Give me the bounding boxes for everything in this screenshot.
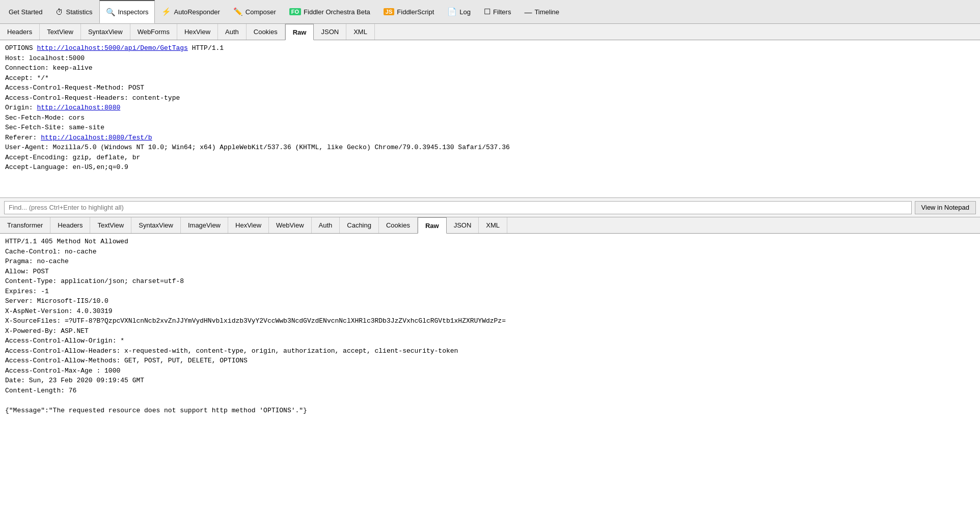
referer-link[interactable]: http://localhost:8080/Test/b xyxy=(41,134,152,141)
log-label: Log xyxy=(459,8,471,16)
req-line-accept-language: Accept-Language: en-US,en;q=0.9 xyxy=(5,162,975,173)
req-tab-raw[interactable]: Raw xyxy=(285,24,314,40)
resp-line-acam: Access-Control-Allow-Methods: GET, POST,… xyxy=(5,356,975,366)
autoresponder-icon: ⚡ xyxy=(161,7,171,16)
resp-line-acao: Access-Control-Allow-Origin: * xyxy=(5,336,975,346)
inspectors-icon: 🔍 xyxy=(106,8,116,17)
resp-tab-xml[interactable]: XML xyxy=(479,217,507,233)
main-container: Headers TextView SyntaxView WebForms Hex… xyxy=(0,24,980,510)
req-line-acrh: Access-Control-Request-Headers: content-… xyxy=(5,93,975,103)
req-line-origin: Origin: http://localhost:8080 xyxy=(5,103,975,113)
fiddlerscript-icon: JS xyxy=(384,8,394,15)
nav-composer[interactable]: ✏️ Composer xyxy=(227,0,283,23)
request-method: OPTIONS xyxy=(5,44,37,52)
timeline-icon: — xyxy=(524,8,532,16)
nav-fiddler-orchestra[interactable]: FO Fiddler Orchestra Beta xyxy=(283,0,377,23)
resp-tab-caching[interactable]: Caching xyxy=(340,217,379,233)
resp-line-expires: Expires: -1 xyxy=(5,287,975,297)
resp-line-body: {"Message":"The requested resource does … xyxy=(5,406,975,416)
resp-tab-hexview[interactable]: HexView xyxy=(228,217,269,233)
timeline-label: Timeline xyxy=(534,8,559,16)
get-started-label: Get Started xyxy=(9,8,42,16)
resp-line-status: HTTP/1.1 405 Method Not Allowed xyxy=(5,237,975,247)
resp-tab-syntaxview[interactable]: SyntaxView xyxy=(131,217,181,233)
resp-tab-raw[interactable]: Raw xyxy=(418,217,447,234)
top-navigation: Get Started ⏱ Statistics 🔍 Inspectors ⚡ … xyxy=(0,0,980,24)
resp-line-blank xyxy=(5,395,975,406)
composer-label: Composer xyxy=(246,8,276,16)
request-content-pane: OPTIONS http://localhost:5000/api/Demo/G… xyxy=(0,40,980,198)
resp-line-allow: Allow: POST xyxy=(5,267,975,277)
req-tab-cookies[interactable]: Cookies xyxy=(247,24,285,40)
nav-timeline[interactable]: — Timeline xyxy=(518,0,566,23)
nav-fiddlerscript[interactable]: JS FiddlerScript xyxy=(377,0,441,23)
nav-inspectors[interactable]: 🔍 Inspectors xyxy=(99,0,155,23)
resp-line-acah: Access-Control-Allow-Headers: x-requeste… xyxy=(5,346,975,356)
filters-label: Filters xyxy=(493,8,511,16)
request-tab-bar: Headers TextView SyntaxView WebForms Hex… xyxy=(0,24,980,40)
resp-tab-webview[interactable]: WebView xyxy=(269,217,311,233)
nav-autoresponder[interactable]: ⚡ AutoResponder xyxy=(155,0,226,23)
resp-line-cache-control: Cache-Control: no-cache xyxy=(5,247,975,257)
resp-tab-transformer[interactable]: Transformer xyxy=(0,217,50,233)
req-line-accept-encoding: Accept-Encoding: gzip, deflate, br xyxy=(5,153,975,163)
resp-tab-imageview[interactable]: ImageView xyxy=(181,217,228,233)
find-bar: View in Notepad xyxy=(0,198,980,217)
resp-tab-cookies[interactable]: Cookies xyxy=(379,217,418,233)
view-in-notepad-button[interactable]: View in Notepad xyxy=(915,201,976,214)
nav-filters[interactable]: ☐ Filters xyxy=(477,0,518,23)
req-line-sec-fetch-site: Sec-Fetch-Site: same-site xyxy=(5,123,975,133)
req-line-acrm: Access-Control-Request-Method: POST xyxy=(5,83,975,93)
req-tab-syntaxview[interactable]: SyntaxView xyxy=(81,24,130,40)
fiddlerscript-label: FiddlerScript xyxy=(397,8,434,16)
req-line-useragent: User-Agent: Mozilla/5.0 (Windows NT 10.0… xyxy=(5,143,975,153)
filters-icon: ☐ xyxy=(484,7,491,16)
find-input[interactable] xyxy=(4,201,912,214)
statistics-label: Statistics xyxy=(66,8,92,16)
resp-line-content-length: Content-Length: 76 xyxy=(5,386,975,396)
log-icon: 📄 xyxy=(447,7,457,16)
statistics-icon: ⏱ xyxy=(56,8,63,16)
req-tab-xml[interactable]: XML xyxy=(346,24,375,40)
nav-log[interactable]: 📄 Log xyxy=(441,0,477,23)
req-tab-hexview[interactable]: HexView xyxy=(177,24,218,40)
autoresponder-label: AutoResponder xyxy=(174,8,220,16)
req-tab-headers[interactable]: Headers xyxy=(0,24,40,40)
resp-line-content-type: Content-Type: application/json; charset=… xyxy=(5,276,975,287)
origin-link[interactable]: http://localhost:8080 xyxy=(37,104,120,111)
request-url-link[interactable]: http://localhost:5000/api/Demo/GetTags xyxy=(37,44,187,52)
resp-tab-headers[interactable]: Headers xyxy=(50,217,90,233)
resp-line-acma: Access-Control-Max-Age : 1000 xyxy=(5,366,975,376)
resp-line-aspnet-version: X-AspNet-Version: 4.0.30319 xyxy=(5,306,975,317)
req-line-host: Host: localhost:5000 xyxy=(5,53,975,64)
req-line-sec-fetch-mode: Sec-Fetch-Mode: cors xyxy=(5,113,975,123)
req-line-referer: Referer: http://localhost:8080/Test/b xyxy=(5,133,975,143)
req-line-accept: Accept: */* xyxy=(5,73,975,83)
response-tab-bar: Transformer Headers TextView SyntaxView … xyxy=(0,217,980,234)
nav-get-started[interactable]: Get Started xyxy=(2,0,49,23)
resp-tab-textview[interactable]: TextView xyxy=(90,217,131,233)
inspectors-label: Inspectors xyxy=(118,8,149,16)
composer-icon: ✏️ xyxy=(233,7,243,16)
resp-tab-auth[interactable]: Auth xyxy=(312,217,340,233)
request-protocol: HTTP/1.1 xyxy=(188,44,224,52)
request-line-1: OPTIONS http://localhost:5000/api/Demo/G… xyxy=(5,43,975,53)
resp-line-powered-by: X-Powered-By: ASP.NET xyxy=(5,326,975,336)
fiddler-orchestra-icon: FO xyxy=(289,8,301,15)
resp-line-date: Date: Sun, 23 Feb 2020 09:19:45 GMT xyxy=(5,376,975,386)
fiddler-orchestra-label: Fiddler Orchestra Beta xyxy=(304,8,370,16)
req-tab-textview[interactable]: TextView xyxy=(40,24,81,40)
req-tab-json[interactable]: JSON xyxy=(314,24,346,40)
req-line-connection: Connection: keep-alive xyxy=(5,63,975,73)
req-tab-webforms[interactable]: WebForms xyxy=(130,24,177,40)
response-content-pane: HTTP/1.1 405 Method Not Allowed Cache-Co… xyxy=(0,234,980,510)
resp-line-pragma: Pragma: no-cache xyxy=(5,257,975,267)
resp-tab-json[interactable]: JSON xyxy=(447,217,479,233)
nav-statistics[interactable]: ⏱ Statistics xyxy=(49,0,99,23)
resp-line-server: Server: Microsoft-IIS/10.0 xyxy=(5,296,975,306)
req-tab-auth[interactable]: Auth xyxy=(218,24,247,40)
resp-line-source-files: X-SourceFiles: =?UTF-8?B?QzpcVXNlcnNcb2x… xyxy=(5,316,975,326)
